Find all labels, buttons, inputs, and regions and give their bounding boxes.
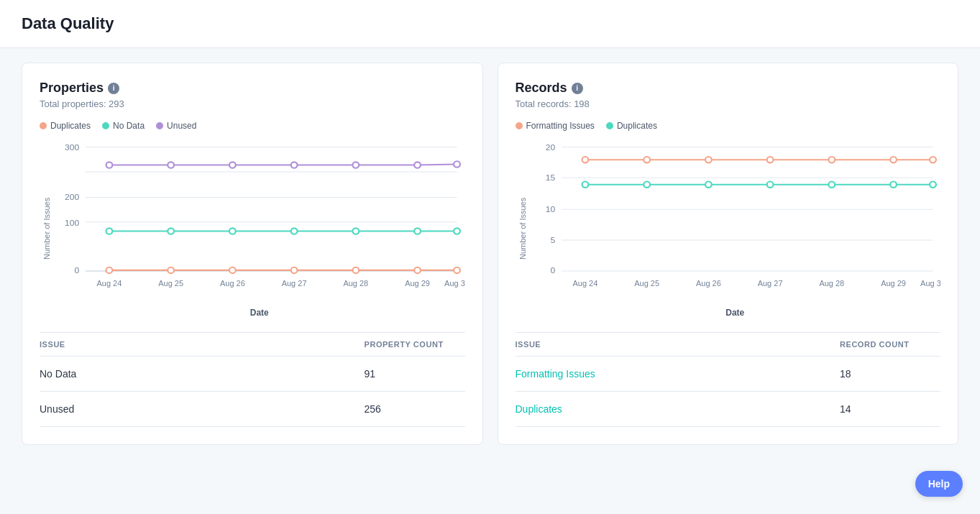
svg-point-57	[705, 182, 711, 188]
legend-duplicates-records: Duplicates	[606, 121, 657, 131]
svg-text:Aug 25: Aug 25	[634, 279, 659, 288]
svg-point-25	[168, 267, 174, 273]
svg-point-49	[644, 157, 650, 162]
records-title: Records	[516, 81, 567, 96]
svg-text:200: 200	[65, 192, 80, 201]
svg-text:Aug 27: Aug 27	[282, 279, 307, 288]
properties-row2-count: 256	[365, 403, 465, 415]
properties-row2-issue: Unused	[40, 403, 365, 415]
properties-table: ISSUE PROPERTY COUNT No Data 91 Unused 2…	[40, 332, 465, 427]
svg-text:Aug 28: Aug 28	[819, 279, 844, 288]
table-row: Unused 256	[40, 392, 465, 427]
svg-point-24	[106, 267, 113, 273]
svg-text:Aug 24: Aug 24	[572, 279, 597, 288]
svg-point-21	[352, 228, 359, 234]
page-title: Data Quality	[22, 14, 958, 33]
svg-point-22	[414, 228, 421, 234]
records-table-header: ISSUE RECORD COUNT	[516, 333, 941, 357]
table-row: No Data 91	[40, 357, 465, 392]
svg-point-55	[582, 182, 588, 188]
properties-row1-count: 91	[365, 368, 465, 380]
svg-text:Aug 24: Aug 24	[97, 279, 122, 288]
legend-dot-unused	[156, 122, 163, 129]
svg-text:15: 15	[545, 173, 555, 183]
properties-card: Properties i Total properties: 293 Dupli…	[22, 63, 483, 445]
properties-subtitle: Total properties: 293	[40, 98, 465, 109]
legend-dot-duplicates-records	[606, 122, 613, 129]
records-row2-issue[interactable]: Duplicates	[516, 403, 841, 415]
svg-point-18	[168, 228, 174, 234]
svg-point-52	[828, 157, 835, 162]
svg-point-53	[890, 157, 897, 162]
svg-point-10	[106, 162, 113, 167]
svg-point-15	[414, 162, 421, 167]
svg-point-50	[705, 157, 711, 162]
svg-text:5: 5	[550, 236, 555, 245]
records-chart: Number of Issues 20	[516, 139, 941, 318]
legend-label-formatting: Formatting Issues	[526, 121, 595, 131]
svg-text:Aug 25: Aug 25	[158, 279, 183, 288]
properties-chart: Number of Issues 300 200	[40, 139, 465, 318]
records-row1-issue[interactable]: Formatting Issues	[516, 368, 841, 380]
svg-point-54	[930, 157, 936, 162]
svg-text:0: 0	[74, 265, 79, 275]
svg-point-30	[454, 267, 460, 273]
svg-text:Aug 29: Aug 29	[881, 279, 906, 288]
records-col2-header: RECORD COUNT	[840, 340, 940, 349]
svg-point-23	[454, 228, 460, 234]
svg-point-12	[229, 162, 236, 167]
properties-title: Properties	[40, 81, 104, 96]
properties-y-axis-label: Number of Issues	[40, 139, 54, 318]
svg-point-48	[582, 157, 588, 162]
legend-dot-duplicates	[40, 122, 47, 129]
svg-text:Aug 26: Aug 26	[220, 279, 245, 288]
records-info-icon[interactable]: i	[572, 83, 583, 94]
legend-label-no-data: No Data	[113, 121, 145, 131]
svg-text:300: 300	[65, 142, 80, 152]
svg-point-11	[168, 162, 174, 167]
legend-label-duplicates: Duplicates	[50, 121, 91, 131]
svg-point-58	[766, 182, 773, 188]
svg-text:10: 10	[545, 205, 555, 214]
legend-dot-no-data	[102, 122, 109, 129]
legend-label-unused: Unused	[167, 121, 196, 131]
legend-unused: Unused	[156, 121, 196, 131]
svg-point-13	[291, 162, 298, 167]
svg-point-26	[229, 267, 236, 273]
svg-point-59	[828, 182, 835, 188]
svg-point-51	[766, 157, 773, 162]
legend-duplicates: Duplicates	[40, 121, 91, 131]
svg-point-56	[644, 182, 650, 188]
svg-point-27	[291, 267, 298, 273]
help-button[interactable]: Help	[915, 471, 963, 497]
svg-text:100: 100	[65, 219, 80, 228]
legend-dot-formatting	[516, 122, 523, 129]
svg-text:Aug 26: Aug 26	[695, 279, 720, 288]
records-row2-count: 14	[840, 403, 940, 415]
properties-col2-header: PROPERTY COUNT	[365, 340, 465, 349]
table-row: Duplicates 14	[516, 392, 941, 427]
svg-text:0: 0	[550, 265, 555, 275]
svg-point-61	[930, 182, 936, 188]
records-row1-count: 18	[840, 368, 940, 380]
svg-text:Aug 29: Aug 29	[405, 279, 430, 288]
page-header: Data Quality	[0, 0, 980, 48]
properties-table-header: ISSUE PROPERTY COUNT	[40, 333, 465, 357]
properties-info-icon[interactable]: i	[108, 83, 119, 94]
svg-point-17	[106, 228, 113, 234]
records-table: ISSUE RECORD COUNT Formatting Issues 18 …	[516, 332, 941, 427]
records-subtitle: Total records: 198	[516, 98, 941, 109]
records-legend: Formatting Issues Duplicates	[516, 121, 941, 131]
svg-point-19	[229, 228, 236, 234]
records-x-axis-label: Date	[530, 308, 941, 318]
legend-formatting: Formatting Issues	[516, 121, 595, 131]
svg-text:Aug 30: Aug 30	[920, 279, 940, 288]
svg-text:Aug 28: Aug 28	[343, 279, 368, 288]
properties-legend: Duplicates No Data Unused	[40, 121, 465, 131]
svg-point-14	[352, 162, 359, 167]
svg-text:Aug 30: Aug 30	[444, 279, 464, 288]
records-card: Records i Total records: 198 Formatting …	[498, 63, 959, 445]
svg-point-20	[291, 228, 298, 234]
svg-text:20: 20	[545, 142, 555, 152]
properties-x-axis-label: Date	[54, 308, 465, 318]
